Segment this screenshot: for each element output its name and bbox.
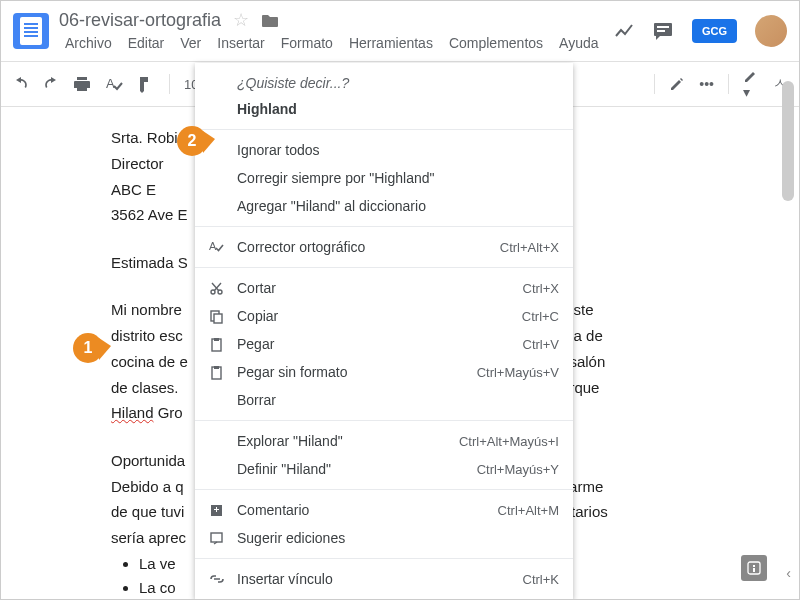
title-area: 06-revisar-ortografia ☆ Archivo Editar V… <box>59 9 614 53</box>
docs-logo[interactable] <box>13 13 49 49</box>
header-right: GCG <box>614 15 787 47</box>
paste-without-format[interactable]: Pegar sin formato Ctrl+Mayús+V <box>195 358 573 386</box>
svg-rect-1 <box>657 30 665 32</box>
print-icon[interactable] <box>73 76 91 92</box>
side-expand-icon[interactable]: ‹ <box>786 565 791 581</box>
pen-icon[interactable]: ▾ <box>743 68 759 100</box>
cut-icon <box>209 281 237 296</box>
star-icon[interactable]: ☆ <box>233 9 249 31</box>
did-you-mean-label: ¿Quisiste decir...? <box>195 69 573 95</box>
folder-icon[interactable] <box>261 13 279 28</box>
copy[interactable]: Copiar Ctrl+C <box>195 302 573 330</box>
scrollbar[interactable] <box>782 77 796 587</box>
ignore-all[interactable]: Ignorar todos <box>195 136 573 164</box>
menu-archivo[interactable]: Archivo <box>59 33 118 53</box>
always-correct[interactable]: Corregir siempre por "Highland" <box>195 164 573 192</box>
define[interactable]: Definir "Hiland"Ctrl+Mayús+Y <box>195 455 573 483</box>
svg-rect-0 <box>657 26 669 28</box>
misspelled-word[interactable]: Hiland <box>111 404 154 421</box>
spell-checker[interactable]: A Corrector ortográfico Ctrl+Alt+X <box>195 233 573 261</box>
insert-link[interactable]: Insertar vínculo Ctrl+K <box>195 565 573 593</box>
menu-formato[interactable]: Formato <box>275 33 339 53</box>
svg-rect-13 <box>211 533 222 542</box>
menu-insertar[interactable]: Insertar <box>211 33 270 53</box>
paste[interactable]: Pegar Ctrl+V <box>195 330 573 358</box>
menu-editar[interactable]: Editar <box>122 33 171 53</box>
explore-badge[interactable] <box>741 555 767 581</box>
copy-icon <box>209 309 237 324</box>
share-button[interactable]: GCG <box>692 19 737 43</box>
menu-herramientas[interactable]: Herramientas <box>343 33 439 53</box>
comment-icon <box>209 503 237 518</box>
svg-rect-7 <box>214 314 222 323</box>
menu-complementos[interactable]: Complementos <box>443 33 549 53</box>
more-icon[interactable]: ••• <box>699 76 714 92</box>
comments-icon[interactable] <box>652 21 674 41</box>
editing-mode-icon[interactable] <box>669 76 685 92</box>
menubar: Archivo Editar Ver Insertar Formato Herr… <box>59 33 614 53</box>
paint-format-icon[interactable] <box>137 75 155 93</box>
svg-rect-11 <box>214 366 219 369</box>
menu-ver[interactable]: Ver <box>174 33 207 53</box>
menu-ayuda[interactable]: Ayuda <box>553 33 604 53</box>
spellcheck-icon: A <box>209 239 237 255</box>
svg-text:A: A <box>209 240 217 252</box>
callout-2: 2 <box>177 126 207 156</box>
explore[interactable]: Explorar "Hiland"Ctrl+Alt+Mayús+I <box>195 427 573 455</box>
svg-rect-9 <box>214 338 219 341</box>
redo-icon[interactable] <box>43 76 59 92</box>
activity-icon[interactable] <box>614 21 634 41</box>
undo-icon[interactable] <box>13 76 29 92</box>
add-to-dictionary[interactable]: Agregar "Hiland" al diccionario <box>195 192 573 220</box>
paste-icon <box>209 337 237 352</box>
document-title[interactable]: 06-revisar-ortografia <box>59 10 221 31</box>
cut[interactable]: Cortar Ctrl+X <box>195 274 573 302</box>
comment[interactable]: Comentario Ctrl+Alt+M <box>195 496 573 524</box>
callout-1: 1 <box>73 333 103 363</box>
suggestion-highland[interactable]: Highland <box>195 95 573 123</box>
suggest-edits[interactable]: Sugerir ediciones <box>195 524 573 552</box>
delete[interactable]: Borrar <box>195 386 573 414</box>
suggest-icon <box>209 531 237 546</box>
header: 06-revisar-ortografia ☆ Archivo Editar V… <box>1 1 799 61</box>
link-icon <box>209 574 237 584</box>
svg-text:A: A <box>106 76 115 91</box>
avatar[interactable] <box>755 15 787 47</box>
paste-plain-icon <box>209 365 237 380</box>
spellcheck-icon[interactable]: A <box>105 75 123 93</box>
context-menu: ¿Quisiste decir...? Highland Ignorar tod… <box>195 63 573 599</box>
